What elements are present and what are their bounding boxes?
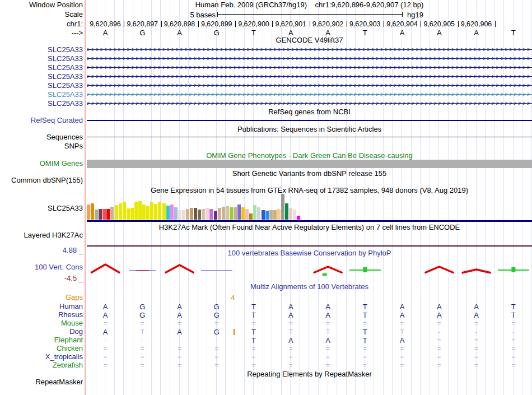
alignment-base: =: [384, 361, 421, 370]
alignment-row[interactable]: ============: [87, 353, 532, 361]
alignment-base: =: [458, 336, 495, 345]
species-label[interactable]: Dog: [69, 328, 83, 336]
alignment-base: A: [310, 336, 347, 345]
transcript-direction-arrows: >>>>>>>>>>>>>>>>>>>>>>>>>>>>>>>>>>>>>>>>…: [87, 82, 532, 88]
alignment-base: =: [124, 353, 161, 361]
gtex-tissue-bar: [102, 209, 106, 220]
gencode-transcript-label[interactable]: SLC25A33: [48, 73, 83, 81]
alignment-row[interactable]: ============: [87, 361, 532, 370]
gtex-tissue-bar: [230, 207, 233, 220]
alignment-row[interactable]: ============: [87, 345, 532, 353]
coordinate-tick: [495, 21, 496, 27]
alignment-base: =: [272, 353, 309, 361]
gencode-transcript-line[interactable]: >>>>>>>>>>>>>>>>>>>>>>>>>>>>>>>>>>>>>>>>…: [87, 91, 532, 97]
conservation-min-value: -4.5 _: [64, 275, 83, 282]
gtex-tissue-bar: [106, 209, 110, 220]
species-label[interactable]: Chicken: [57, 345, 83, 352]
alignment-base: A: [87, 328, 124, 336]
alignment-base: T: [384, 328, 421, 336]
insertion-marker: [234, 329, 235, 335]
reference-base: G: [124, 29, 161, 37]
species-label[interactable]: Mouse: [61, 319, 83, 327]
publications-line[interactable]: [87, 137, 532, 137]
gtex-gene-label[interactable]: SLC25A33: [48, 205, 83, 212]
alignment-row[interactable]: ATAGTTTTT---: [87, 328, 532, 336]
alignment-base: T: [124, 328, 161, 336]
coordinate-label: 9,620,897: [124, 20, 161, 28]
coordinate-label: 9,620,901: [272, 20, 309, 28]
alignment-base: =: [235, 353, 272, 361]
gtex-tissue-bar: [174, 207, 178, 220]
alignment-base: =: [272, 319, 309, 328]
alignment-base: T: [235, 336, 272, 345]
gtex-tissue-bar: [162, 203, 166, 220]
alignment-row[interactable]: ----TAATA===: [87, 336, 532, 345]
alignment-base: =: [124, 361, 161, 370]
gap-count-annotation: 4: [231, 294, 235, 302]
transcript-direction-arrows: >>>>>>>>>>>>>>>>>>>>>>>>>>>>>>>>>>>>>>>>…: [87, 100, 532, 106]
gencode-transcript-label[interactable]: SLC25A33: [48, 64, 83, 72]
coordinate-label: 9,620,902: [310, 20, 347, 28]
gtex-tissue-bar: [182, 210, 185, 220]
gtex-tissue-bar: [127, 208, 130, 220]
alignment-base: A: [310, 303, 347, 311]
snps-label[interactable]: SNPs: [64, 142, 83, 150]
gtex-tissue-bar: [166, 206, 170, 220]
gtex-tissue-bar: [245, 209, 249, 220]
reference-base: A: [421, 29, 458, 37]
gencode-transcript-line[interactable]: >>>>>>>>>>>>>>>>>>>>>>>>>>>>>>>>>>>>>>>>…: [87, 55, 532, 61]
gtex-expression-bars[interactable]: [87, 194, 311, 220]
alignment-base: G: [124, 303, 161, 311]
alignment-row[interactable]: AGAGTAATAAAT: [87, 311, 532, 319]
gencode-transcript-line[interactable]: >>>>>>>>>>>>>>>>>>>>>>>>>>>>>>>>>>>>>>>>…: [87, 64, 532, 70]
refseq-gene-line[interactable]: [87, 120, 532, 121]
gencode-transcript-line[interactable]: >>>>>>>>>>>>>>>>>>>>>>>>>>>>>>>>>>>>>>>>…: [87, 73, 532, 79]
species-label[interactable]: Elephant: [54, 336, 83, 344]
alignment-base: G: [198, 328, 235, 336]
alignment-base: -: [124, 336, 161, 345]
gencode-transcript-label[interactable]: SLC25A33: [48, 46, 83, 54]
gencode-transcript-label[interactable]: SLC25A33: [48, 82, 83, 90]
alignment-base: -: [458, 328, 495, 336]
gencode-transcript-line[interactable]: >>>>>>>>>>>>>>>>>>>>>>>>>>>>>>>>>>>>>>>>…: [87, 100, 532, 106]
alignment-base: =: [161, 353, 198, 361]
alignment-base: A: [87, 311, 124, 319]
alignment-base: =: [421, 353, 458, 361]
alignment-base: =: [161, 361, 198, 370]
h3k27ac-baseline: [87, 245, 532, 247]
gencode-transcript-line[interactable]: >>>>>>>>>>>>>>>>>>>>>>>>>>>>>>>>>>>>>>>>…: [87, 47, 532, 52]
alignment-base: =: [235, 361, 272, 370]
sequences-label[interactable]: Sequences: [46, 133, 83, 141]
alignment-base: =: [161, 345, 198, 353]
species-label[interactable]: X_tropicalis: [45, 353, 83, 361]
gtex-tissue-bar: [269, 210, 273, 220]
h3k27ac-track-title: H3K27Ac Mark (Often Found Near Active Re…: [87, 224, 532, 231]
alignment-base: =: [310, 319, 347, 328]
gtex-gene-model-line[interactable]: [87, 220, 532, 222]
gencode-transcript-line[interactable]: >>>>>>>>>>>>>>>>>>>>>>>>>>>>>>>>>>>>>>>>…: [87, 82, 532, 88]
gencode-transcript-label[interactable]: SLC25A33: [48, 100, 83, 108]
alignment-base: =: [421, 345, 458, 353]
conservation-wiggle[interactable]: [87, 259, 532, 279]
gtex-tissue-bar: [253, 205, 256, 220]
common-dbsnp-label[interactable]: Common dbSNP(155): [11, 176, 83, 184]
gtex-tissue-bar: [194, 208, 197, 220]
gtex-tissue-bar: [209, 209, 213, 220]
alignment-base: A: [272, 336, 309, 345]
gencode-transcript-label[interactable]: SLC25A33: [48, 55, 83, 63]
species-label[interactable]: Human: [59, 303, 83, 310]
gaps-row-label[interactable]: Gaps: [66, 294, 83, 301]
omim-gene-bar[interactable]: [87, 160, 532, 168]
species-label[interactable]: Zebrafish: [53, 361, 83, 369]
omim-track-title: OMIM Gene Phenotypes - Dark Green Can Be…: [87, 152, 532, 160]
conservation-track-label[interactable]: 100 Vert. Cons: [35, 263, 83, 271]
repeatmasker-label[interactable]: RepeatMasker: [35, 378, 83, 386]
alignment-row[interactable]: AGAGTAATAAAT: [87, 303, 532, 311]
layered-h3k27ac-label[interactable]: Layered H3K27Ac: [24, 231, 83, 239]
alignment-row[interactable]: ============: [87, 319, 532, 328]
omim-genes-label[interactable]: OMIM Genes: [40, 160, 83, 168]
alignment-base: G: [124, 311, 161, 319]
gencode-transcript-label[interactable]: SLC25A33: [48, 91, 83, 99]
species-label[interactable]: Rhesus: [58, 311, 83, 319]
refseq-curated-label[interactable]: RefSeq Curated: [31, 117, 83, 124]
